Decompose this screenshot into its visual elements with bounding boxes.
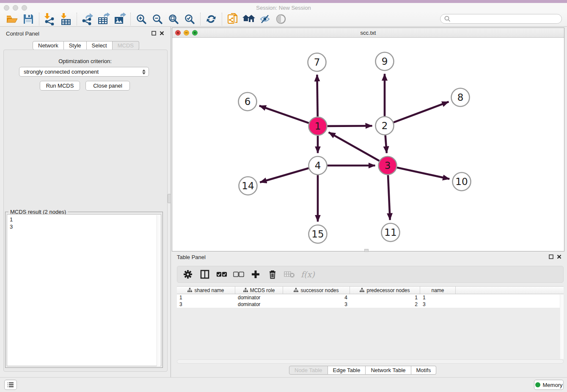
node-11[interactable]: 11: [382, 224, 400, 242]
close-panel-icon[interactable]: [160, 31, 164, 36]
node-10[interactable]: 10: [453, 173, 471, 191]
edge-1-2[interactable]: [327, 126, 372, 126]
mcds-result-list[interactable]: 13: [7, 214, 161, 366]
node-label: 2: [382, 120, 388, 131]
edge-2-8[interactable]: [394, 102, 449, 122]
mcds-result-line: 3: [10, 223, 161, 230]
function-builder-icon[interactable]: f(x): [301, 270, 315, 279]
memory-label: Memory: [543, 382, 563, 388]
hide-details-icon[interactable]: [257, 12, 273, 26]
node-label: 7: [314, 57, 320, 68]
node-7[interactable]: 7: [308, 53, 326, 72]
run-mcds-button[interactable]: Run MCDS: [40, 81, 80, 91]
column-header-MCDS-role[interactable]: MCDS role: [235, 287, 283, 294]
columns-icon[interactable]: [199, 269, 210, 280]
network-graph[interactable]: 7968124314101511: [172, 38, 564, 251]
tab-mcds[interactable]: MCDS: [113, 41, 139, 50]
network-window-titlebar[interactable]: scc.txt: [172, 28, 564, 38]
table-panel-controls: [549, 254, 561, 259]
node-label: 14: [242, 180, 254, 191]
task-history-button[interactable]: [4, 380, 17, 390]
export-network-icon[interactable]: [80, 12, 96, 26]
select-all-icon[interactable]: [216, 269, 227, 280]
network-canvas[interactable]: 7968124314101511: [172, 38, 564, 251]
open-session-icon[interactable]: [4, 12, 20, 26]
delete-table-icon[interactable]: [284, 269, 295, 280]
save-session-icon[interactable]: [20, 12, 36, 26]
memory-status-icon: [535, 382, 540, 387]
table-row[interactable]: 1dominator411: [177, 294, 564, 301]
delete-icon[interactable]: [267, 269, 278, 280]
toolbar-separator: [130, 13, 131, 25]
node-15[interactable]: 15: [309, 225, 327, 243]
table-tab-network-table[interactable]: Network Table: [366, 366, 411, 375]
node-14[interactable]: 14: [239, 177, 257, 195]
table-divider-grip[interactable]: [364, 249, 369, 252]
close-panel-button[interactable]: Close panel: [85, 81, 130, 91]
home-icon[interactable]: [241, 12, 257, 26]
edge-3-10[interactable]: [397, 168, 449, 179]
result-scrollbar[interactable]: [157, 215, 160, 366]
node-2[interactable]: 2: [376, 117, 394, 135]
zoom-selected-icon[interactable]: [182, 12, 198, 26]
node-9[interactable]: 9: [376, 52, 394, 71]
node-4[interactable]: 4: [309, 157, 327, 175]
table-tabs: Node TableEdge TableNetwork TableMotifs: [289, 366, 436, 375]
node-6[interactable]: 6: [239, 93, 257, 111]
show-details-icon[interactable]: [273, 12, 289, 26]
edge-3-1[interactable]: [329, 132, 380, 160]
edge-2-3[interactable]: [385, 135, 387, 153]
gear-icon[interactable]: [182, 269, 193, 280]
table-tab-motifs[interactable]: Motifs: [411, 366, 437, 375]
table-cell: 3: [420, 301, 456, 308]
apply-layout-icon[interactable]: [203, 12, 219, 26]
column-header-shared-name[interactable]: shared name: [177, 287, 235, 294]
tab-network[interactable]: Network: [33, 41, 64, 50]
table-cell: dominator: [235, 294, 283, 301]
close-table-panel-icon[interactable]: [557, 254, 561, 259]
clone-network-icon[interactable]: [225, 12, 241, 26]
node-label: 4: [315, 160, 321, 171]
edge-1-7[interactable]: [317, 75, 317, 116]
import-table-icon[interactable]: [58, 12, 74, 26]
criterion-select[interactable]: strongly connected component: [19, 67, 149, 77]
column-label: successor nodes: [300, 287, 339, 293]
panel-divider-grip[interactable]: [168, 194, 171, 203]
table-vertical-scrollbar[interactable]: [560, 295, 564, 359]
search-input[interactable]: [451, 15, 561, 23]
column-header-name[interactable]: name: [420, 287, 456, 294]
column-header-successor-nodes[interactable]: successor nodes: [283, 287, 350, 294]
edge-4-14[interactable]: [260, 168, 308, 182]
float-panel-icon[interactable]: [151, 31, 156, 36]
table-cell: 3: [177, 301, 235, 308]
table-tab-edge-table[interactable]: Edge Table: [328, 366, 366, 375]
table-row[interactable]: 3dominator323: [177, 301, 564, 308]
table-cell: 2: [350, 301, 420, 308]
node-1[interactable]: 1: [309, 117, 327, 135]
export-image-icon[interactable]: [112, 12, 128, 26]
select-stepper-icon: [142, 69, 146, 75]
column-header-predecessor-nodes[interactable]: predecessor nodes: [350, 287, 420, 294]
search-box[interactable]: [440, 14, 562, 24]
deselect-all-icon[interactable]: [233, 269, 244, 280]
zoom-in-icon[interactable]: [133, 12, 149, 26]
table-horizontal-scrollbar[interactable]: [177, 359, 564, 364]
tree-icon: [294, 288, 298, 293]
add-column-icon[interactable]: [250, 269, 261, 280]
node-3[interactable]: 3: [379, 157, 397, 175]
memory-button[interactable]: Memory: [534, 380, 564, 390]
table-tab-node-table[interactable]: Node Table: [289, 366, 328, 375]
tab-select[interactable]: Select: [87, 41, 113, 50]
import-network-icon[interactable]: [42, 12, 58, 26]
zoom-out-icon[interactable]: [149, 12, 165, 26]
edge-1-6[interactable]: [259, 106, 309, 123]
node-8[interactable]: 8: [451, 88, 470, 107]
criterion-value: strongly connected component: [24, 69, 99, 75]
control-panel-controls: [151, 31, 164, 36]
zoom-fit-icon[interactable]: [165, 12, 182, 26]
tab-style[interactable]: Style: [64, 41, 87, 50]
export-table-icon[interactable]: [96, 12, 112, 26]
float-table-panel-icon[interactable]: [549, 254, 553, 259]
toolbar-separator: [39, 13, 39, 25]
edge-3-11[interactable]: [388, 175, 390, 220]
